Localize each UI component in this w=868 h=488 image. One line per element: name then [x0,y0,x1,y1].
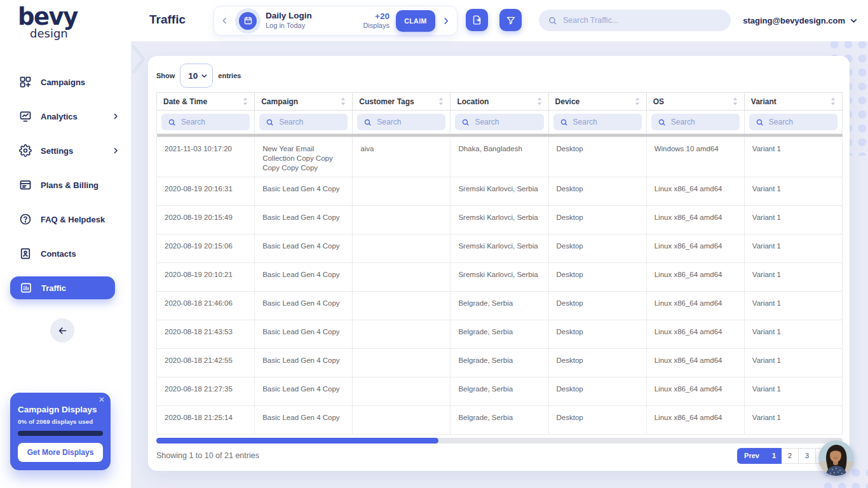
filter-input-date-time[interactable] [181,118,243,126]
column-header-campaign[interactable]: Campaign [255,93,353,111]
cell-campaign: New Year Email Collection Copy Copy Copy… [255,137,353,177]
column-header-device[interactable]: Device [548,93,646,111]
sidebar-item-label: Contacts [41,249,76,259]
cell-location: Belgrade, Serbia [451,348,548,377]
cell-device: Desktop [548,405,646,434]
daily-login-reward-unit: Displays [363,22,390,30]
cell-os: Linux x86_64 amd64 [646,320,744,348]
brand-name: bevy [18,5,78,29]
sort-icon [438,97,444,105]
cell-device: Desktop [548,320,646,348]
get-more-displays-button[interactable]: Get More Displays [18,443,103,462]
sidebar-item-traffic[interactable]: Traffic [10,276,115,299]
sidebar-item-campaigns[interactable]: Campaigns [0,65,131,99]
account-menu[interactable]: staging@bevydesign.com [743,0,858,41]
global-search [539,10,731,31]
sidebar-collapse-button[interactable] [50,318,74,342]
cell-date-time: 2020-08-19 20:16:31 [157,177,255,205]
sidebar-item-contacts[interactable]: Contacts [0,236,131,271]
search-icon [363,118,372,126]
table-row: 2020-08-19 20:15:06Basic Lead Gen 4 Copy… [157,234,843,262]
export-button[interactable] [466,9,488,31]
calendar-icon [243,16,253,25]
cell-os: Windows 10 amd64 [646,137,744,177]
cell-device: Desktop [548,377,646,405]
carousel-prev-button[interactable] [219,15,230,26]
cell-location: Sremski Karlovci, Serbia [451,205,548,234]
sidebar-item-faq-helpdesk[interactable]: FAQ & Helpdesk [0,202,131,236]
sidebar-nav: CampaignsAnalyticsSettingsPlans & Billin… [0,65,131,305]
carousel-next-button[interactable] [440,15,452,27]
traffic-icon [20,281,32,294]
cell-date-time: 2021-11-03 10:17:20 [157,137,255,177]
sort-icon [733,97,738,105]
close-icon[interactable]: ✕ [98,395,105,404]
table-row: 2020-08-18 21:27:35Basic Lead Gen 4 Copy… [157,377,843,405]
table-row: 2020-08-18 21:46:06Basic Lead Gen 4 Copy… [157,291,843,320]
billing-icon [19,179,32,191]
cell-os: Linux x86_64 amd64 [646,377,744,405]
horizontal-scrollbar-thumb[interactable] [156,438,438,444]
cell-customer-tags: aiva [353,137,451,177]
filter-input-os[interactable] [671,118,733,126]
user-avatar[interactable] [818,440,854,476]
traffic-table: Date & TimeCampaignCustomer TagsLocation… [156,92,843,435]
sidebar-item-plans-billing[interactable]: Plans & Billing [0,168,131,202]
filter-button[interactable] [499,9,522,31]
campaign-displays-card: ✕ Campaign Displays 0% of 2069 displays … [10,393,111,470]
search-input[interactable] [563,16,722,25]
search-icon [168,118,176,126]
column-header-os[interactable]: OS [646,93,744,111]
page-title: Traffic [149,13,186,27]
sidebar-item-analytics[interactable]: Analytics [0,99,131,133]
cell-device: Desktop [548,177,646,205]
sort-icon [537,97,542,105]
chevron-right-icon [442,17,451,25]
cell-os: Linux x86_64 amd64 [646,205,744,234]
sidebar-item-settings[interactable]: Settings [0,133,131,168]
column-header-variant[interactable]: Variant [744,93,842,111]
displays-usage-text: 0% of 2069 displays used [18,418,103,425]
daily-login-card: Daily Login Log in Today +20 Displays CL… [214,6,458,36]
filter-input-location[interactable] [475,118,537,126]
campaigns-icon [19,76,32,88]
filter-input-variant[interactable] [769,118,831,126]
filter-input-campaign[interactable] [279,118,341,126]
page-button-3[interactable]: 3 [799,448,816,464]
claim-button[interactable]: CLAIM [396,10,435,32]
cell-campaign: Basic Lead Gen 4 Copy [255,205,353,234]
cell-customer-tags [353,405,451,434]
cell-variant: Variant 1 [744,405,842,434]
column-header-date-time[interactable]: Date & Time [157,93,255,111]
displays-card-title: Campaign Displays [18,405,103,414]
settings-icon [19,144,32,157]
table-row: 2021-11-03 10:17:20New Year Email Collec… [157,137,843,177]
entries-label: entries [218,72,241,79]
cell-variant: Variant 1 [744,262,842,291]
table-row: 2020-08-19 20:15:49Basic Lead Gen 4 Copy… [157,205,843,234]
cell-device: Desktop [548,291,646,320]
cell-os: Linux x86_64 amd64 [646,348,744,377]
cell-variant: Variant 1 [744,348,842,377]
page-button-1[interactable]: 1 [766,448,782,464]
filter-input-device[interactable] [573,118,635,126]
cell-customer-tags [353,320,451,348]
daily-login-subtitle: Log in Today [266,22,312,30]
sidebar: bevy design CampaignsAnalyticsSettingsPl… [0,0,131,488]
cell-location: Sremski Karlovci, Serbia [451,177,548,205]
cell-location: Belgrade, Serbia [451,405,548,434]
cell-location: Sremski Karlovci, Serbia [451,234,548,262]
search-icon [658,118,666,126]
cell-date-time: 2020-08-19 20:10:21 [157,262,255,291]
page-button-2[interactable]: 2 [782,448,799,464]
search-icon [560,118,568,126]
page-size-select[interactable]: 10 [180,64,213,88]
filter-input-customer-tags[interactable] [377,118,439,126]
sidebar-item-label: Traffic [41,283,66,293]
faq-icon [19,213,32,226]
account-email: staging@bevydesign.com [743,16,845,25]
prev-page-button[interactable]: Prev [737,448,766,464]
column-header-location[interactable]: Location [451,93,548,111]
column-header-customer-tags[interactable]: Customer Tags [353,93,451,111]
topbar: Traffic Daily Login Log in Today +20 Dis… [131,0,868,41]
